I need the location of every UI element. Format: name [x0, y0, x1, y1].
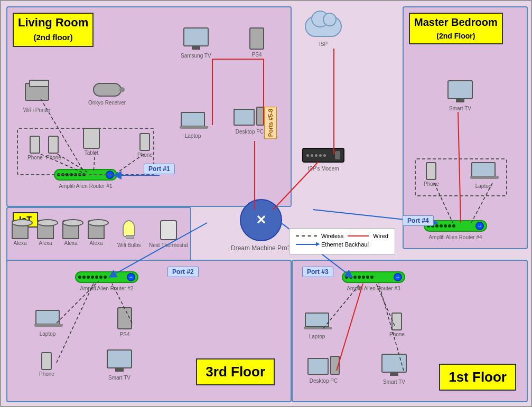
- laptop-lr-icon: [181, 112, 205, 127]
- isp-modem-label: ISP's Modem: [307, 166, 339, 172]
- dream-machine-label: Dream Machine Pro?: [231, 244, 291, 252]
- lr-wireless-group: [17, 128, 154, 175]
- samsung-tv-device: Samsung TV: [181, 27, 211, 59]
- laptop-3f-label: Laptop: [40, 331, 56, 337]
- router3-device: ↔ Amplifi Alien Router #3: [342, 271, 405, 291]
- dream-machine-device: Dream Machine Pro?: [231, 199, 291, 252]
- main-diagram: Living Room (2nd floor) Master Bedroom (…: [0, 0, 532, 407]
- nest-label: Nest Thermostat: [149, 242, 188, 248]
- alexa2-label: Alexa: [39, 240, 52, 246]
- wifi-bulbs-device: Wifi Bulbs: [117, 220, 141, 248]
- router2-icon: ↔: [75, 271, 138, 283]
- smart-tv-3f-icon: [107, 349, 132, 368]
- router3-label: Amplifi Alien Router #3: [347, 286, 400, 291]
- wifi-bulbs-label: Wifi Bulbs: [117, 242, 141, 248]
- alexa3-device: Alexa: [62, 220, 79, 246]
- router2-label: Amplifi Alien Router #2: [80, 286, 133, 291]
- samsung-tv-icon: [183, 27, 209, 46]
- ps4-lr-icon: [249, 27, 264, 50]
- phone-3f-icon: [41, 352, 52, 370]
- router1-label: Amplifi Alien Router #1: [59, 183, 112, 189]
- legend-panel: Wireless Wired Ethernet Backhaul: [289, 228, 395, 254]
- alexa3-label: Alexa: [64, 240, 77, 246]
- third-floor-label: 3rd Floor: [196, 358, 275, 385]
- smart-tv-mb-label: Smart TV: [449, 106, 471, 111]
- desktop-lr-device: Desktop PC: [234, 107, 266, 135]
- smart-tv-3f-device: Smart TV: [107, 349, 132, 381]
- smart-tv-1f-device: Smart TV: [381, 354, 407, 385]
- legend-backhaul: Ethernet Backhaul: [296, 241, 388, 248]
- nest-device: Nest Thermostat: [149, 220, 188, 248]
- port3-label: Port #3: [302, 267, 333, 277]
- phone-3f-label: Phone: [39, 371, 54, 377]
- bulb-icon: [123, 220, 135, 237]
- wired-line-icon: [348, 235, 369, 236]
- ps4-3f-label: PS4: [120, 332, 130, 337]
- smart-tv-mb-device: Smart TV: [447, 80, 473, 111]
- smart-tv-1f-icon: [381, 354, 407, 373]
- router2-device: ↔ Amplifi Alien Router #2: [75, 271, 138, 291]
- laptop-3f-icon: [35, 310, 60, 325]
- smart-tv-3f-label: Smart TV: [108, 375, 130, 381]
- wireless-line-icon: [296, 235, 317, 236]
- legend-wireless: Wireless Wired: [296, 233, 388, 239]
- smart-tv-1f-label: Smart TV: [383, 379, 405, 385]
- cloud-icon: [305, 16, 342, 37]
- ps4-3f-device: PS4: [117, 307, 132, 337]
- port4-label: Port #4: [403, 215, 434, 226]
- port2-label: Port #2: [167, 267, 199, 277]
- isp-cloud-label: ISP: [319, 41, 328, 47]
- alexa1-label: Alexa: [13, 240, 26, 246]
- laptop-lr-label: Laptop: [185, 133, 201, 139]
- alexa2-device: Alexa: [37, 220, 54, 246]
- phone-1f-icon: [391, 313, 402, 330]
- wifi-printer-label: WiFi Printer: [23, 107, 51, 113]
- backhaul-line-icon: [296, 244, 317, 245]
- master-bedroom-label: Master Bedroom (2nd Floor): [409, 13, 503, 44]
- printer-icon: [25, 83, 49, 101]
- receiver-icon: [93, 83, 122, 97]
- phone-1f-label: Phone: [389, 332, 405, 337]
- alexa3-icon: [62, 220, 79, 239]
- desktop-1f-label: Desktop PC: [310, 378, 338, 384]
- modem-icon: [302, 148, 344, 163]
- onkyo-device: Onkyo Receiver: [88, 83, 126, 106]
- alexa4-device: Alexa: [88, 220, 105, 246]
- desktop-lr-icon: [234, 107, 266, 126]
- ports-5-8-label: Ports #5-8: [264, 107, 277, 139]
- onkyo-label: Onkyo Receiver: [88, 100, 126, 106]
- ps4-3f-icon: [117, 307, 132, 329]
- first-floor-label: 1st Floor: [439, 364, 516, 391]
- alexa4-label: Alexa: [89, 240, 102, 246]
- laptop-3f-device: Laptop: [35, 310, 60, 337]
- isp-cloud-device: ISP: [305, 16, 342, 47]
- desktop-lr-label: Desktop PC: [236, 129, 264, 135]
- laptop-1f-label: Laptop: [309, 334, 325, 339]
- alexa1-device: Alexa: [12, 220, 29, 246]
- dream-machine-icon: [240, 199, 282, 241]
- smart-tv-mb-icon: [447, 80, 473, 99]
- mb-wireless-group: [415, 158, 507, 196]
- laptop-lr-device: Laptop: [181, 112, 205, 139]
- desktop-1f-icon: [307, 356, 340, 375]
- laptop-1f-device: Laptop: [305, 313, 329, 339]
- alexa4-icon: [88, 220, 105, 239]
- phone-1f-device: Phone: [389, 313, 405, 337]
- samsung-tv-label: Samsung TV: [181, 53, 211, 59]
- port1-label: Port #1: [144, 164, 175, 174]
- phone-3f-device: Phone: [39, 352, 54, 377]
- router4-label: Amplifi Alien Router #4: [428, 234, 482, 240]
- thermostat-icon: [160, 220, 177, 240]
- master-bedroom-panel: Master Bedroom (2nd Floor): [403, 6, 528, 249]
- desktop-1f-device: Desktop PC: [307, 356, 340, 384]
- alexa2-icon: [37, 220, 54, 239]
- isp-modem-device: ISP's Modem: [302, 148, 344, 172]
- wifi-printer-device: WiFi Printer: [23, 83, 51, 113]
- ps4-lr-device: PS4: [249, 27, 264, 58]
- laptop-1f-icon: [305, 313, 329, 327]
- living-room-label: Living Room (2nd floor): [13, 13, 94, 47]
- alexa1-icon: [12, 220, 29, 239]
- router3-icon: ↔: [342, 271, 405, 283]
- ps4-lr-label: PS4: [252, 52, 262, 58]
